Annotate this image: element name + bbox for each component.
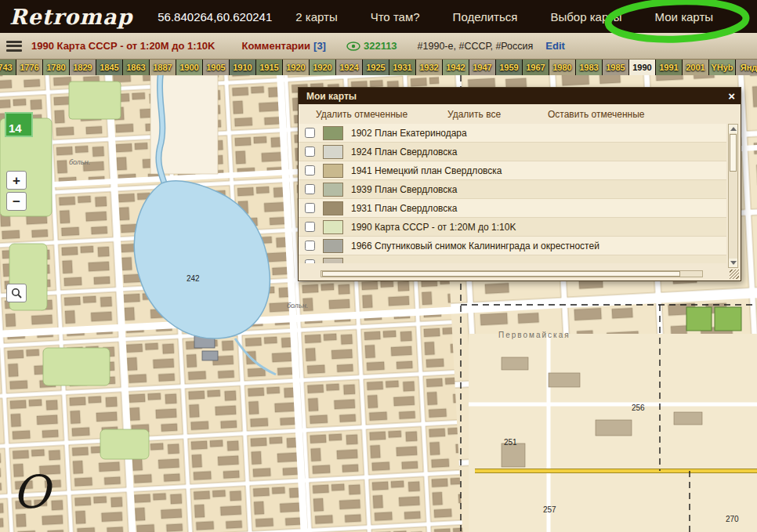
year-tile-2001[interactable]: 2001 — [683, 60, 708, 75]
map-item-thumbnail — [323, 145, 343, 159]
map-item-thumbnail — [323, 164, 343, 178]
top-navigation-bar: Retromap 56.840264,60.620241 2 карты Что… — [0, 0, 757, 33]
map-list-item[interactable]: 1941 Немецкий план Свердловска — [299, 161, 726, 180]
watermark-logo: O — [13, 469, 50, 515]
year-tile-Янд[interactable]: Янд — [736, 60, 757, 75]
year-tile-1931[interactable]: 1931 — [389, 60, 415, 75]
year-tile-1845[interactable]: 1845 — [96, 60, 122, 75]
menu-item-share[interactable]: Поделиться — [453, 10, 518, 24]
year-tile-1925[interactable]: 1925 — [363, 60, 389, 75]
map-list-item[interactable]: 1924 План Свердловска — [299, 143, 726, 161]
year-tile-1947[interactable]: 1947 — [469, 60, 495, 75]
year-tile-1959[interactable]: 1959 — [496, 60, 522, 75]
retromap-logo[interactable]: Retromap — [0, 5, 143, 29]
map-item-label: 1941 Немецкий план Свердловска — [351, 165, 502, 176]
keep-checked-button[interactable]: Оставить отмеченные — [548, 109, 644, 120]
year-tile-1829[interactable]: 1829 — [70, 60, 96, 75]
map-item-label: 1939 План Свердловска — [351, 184, 458, 195]
year-tile-1967[interactable]: 1967 — [523, 60, 549, 75]
views-count: 322113 — [364, 40, 397, 52]
map-item-checkbox[interactable] — [305, 184, 315, 194]
map-item-thumbnail — [323, 220, 343, 234]
retromap-app: Retromap 56.840264,60.620241 2 карты Что… — [0, 0, 757, 532]
resize-handle[interactable] — [730, 270, 739, 279]
map-item-thumbnail — [323, 239, 343, 253]
delete-checked-button[interactable]: Удалить отмеченные — [316, 109, 407, 120]
vertical-scrollbar-thumb[interactable] — [730, 134, 737, 172]
year-tile-1932[interactable]: 1932 — [416, 60, 442, 75]
year-tile-1776[interactable]: 1776 — [16, 60, 42, 75]
map-area: больн.242больн.Первомайская256251257270 … — [0, 75, 757, 532]
zoom-level-indicator: 14 — [5, 112, 33, 137]
year-tile-1863[interactable]: 1863 — [123, 60, 149, 75]
map-list-item[interactable]: 1902 План Екатеринодара — [299, 124, 726, 143]
edit-link[interactable]: Edit — [545, 40, 565, 52]
year-tile-1887[interactable]: 1887 — [150, 60, 176, 75]
year-tile-1980[interactable]: 1980 — [549, 60, 575, 75]
year-tile-1924[interactable]: 1924 — [336, 60, 362, 75]
scroll-down-arrow-icon[interactable] — [729, 259, 737, 267]
coordinates-display: 56.840264,60.620241 — [158, 10, 272, 24]
map-item-thumbnail — [323, 258, 343, 264]
year-tile-1990[interactable]: 1990 — [629, 60, 655, 75]
year-tile-1991[interactable]: 1991 — [656, 60, 682, 75]
menu-item-my-maps[interactable]: Мои карты — [655, 10, 713, 24]
year-tile-1780[interactable]: 1780 — [43, 60, 69, 75]
map-item-checkbox[interactable] — [305, 241, 315, 251]
delete-all-button[interactable]: Удалить все — [447, 109, 501, 120]
menu-item-map-select[interactable]: Выбор карты — [550, 10, 621, 24]
map-item-label: 1902 План Екатеринодара — [351, 128, 467, 139]
dialog-map-list: 1902 План Екатеринодара1924 План Свердло… — [299, 124, 726, 263]
year-tile-YHyb[interactable]: YHyb — [709, 60, 735, 75]
dialog-actions: Удалить отмеченные Удалить все Оставить … — [299, 104, 741, 124]
year-tile-1983[interactable]: 1983 — [576, 60, 602, 75]
map-item-thumbnail — [323, 126, 343, 140]
views-counter: 322113 — [346, 40, 397, 52]
year-tile-1985[interactable]: 1985 — [603, 60, 628, 75]
close-icon[interactable]: × — [728, 89, 735, 103]
eye-icon — [346, 42, 360, 51]
year-ribbon-bar: 1743177617801829184518631887190019051910… — [0, 60, 757, 75]
map-list-item[interactable]: 1966 Спутниковый снимок Калининграда и о… — [299, 237, 726, 255]
comments-link[interactable]: Комментарии[3] — [242, 40, 326, 52]
map-item-checkbox[interactable] — [305, 128, 315, 138]
year-tile-1915[interactable]: 1915 — [256, 60, 282, 75]
dialog-title: Мои карты — [306, 91, 357, 102]
map-item-label: 1931 План Свердловска — [351, 203, 458, 214]
year-tile-1910[interactable]: 1910 — [230, 60, 255, 75]
scroll-up-arrow-icon[interactable] — [729, 125, 737, 133]
year-tile-1942[interactable]: 1942 — [443, 60, 469, 75]
map-item-checkbox[interactable] — [305, 165, 315, 176]
vertical-scrollbar[interactable] — [728, 124, 738, 268]
map-tags[interactable]: #1990-е, #СССР, #Россия — [418, 41, 534, 52]
menu-item-what-is-there[interactable]: Что там? — [371, 10, 420, 24]
map-list-item[interactable]: 1939 План Свердловска — [299, 180, 726, 199]
dialog-header[interactable]: Мои карты × — [299, 88, 741, 104]
horizontal-scrollbar[interactable] — [321, 270, 703, 277]
horizontal-scrollbar-thumb[interactable] — [322, 271, 680, 277]
zoom-out-button[interactable]: − — [6, 192, 27, 211]
map-item-checkbox[interactable] — [305, 147, 315, 157]
year-tile-1905[interactable]: 1905 — [203, 60, 229, 75]
current-map-title: 1990 Карта СССР - от 1:20M до 1:10K — [31, 40, 216, 52]
hamburger-menu-icon[interactable] — [6, 41, 22, 52]
map-list-item[interactable]: 1990 Карта СССР - от 1:20M до 1:10K — [299, 218, 726, 237]
year-tile-1900[interactable]: 1900 — [176, 60, 202, 75]
year-ribbon: 1743177617801829184518631887190019051910… — [0, 60, 757, 75]
comments-count[interactable]: [3] — [313, 40, 326, 52]
map-item-checkbox[interactable] — [305, 259, 315, 263]
zoom-in-button[interactable]: + — [6, 171, 27, 190]
map-item-label: 1924 План Свердловска — [351, 147, 458, 157]
map-item-checkbox[interactable] — [305, 203, 315, 213]
search-icon — [11, 288, 22, 299]
year-tile-1920[interactable]: 1920 — [283, 60, 309, 75]
menu-item-two-maps[interactable]: 2 карты — [295, 10, 337, 24]
year-tile-1920[interactable]: 1920 — [310, 60, 335, 75]
map-search-button[interactable] — [6, 284, 27, 302]
year-tile-1743[interactable]: 1743 — [0, 60, 16, 75]
map-item-checkbox[interactable] — [305, 222, 315, 232]
map-list-item[interactable]: 1931 План Свердловска — [299, 199, 726, 218]
info-bar: 1990 Карта СССР - от 1:20M до 1:10K Комм… — [0, 33, 757, 60]
top-menu: 2 карты Что там? Поделиться Выбор карты … — [295, 10, 713, 24]
map-list-item[interactable] — [299, 255, 726, 263]
